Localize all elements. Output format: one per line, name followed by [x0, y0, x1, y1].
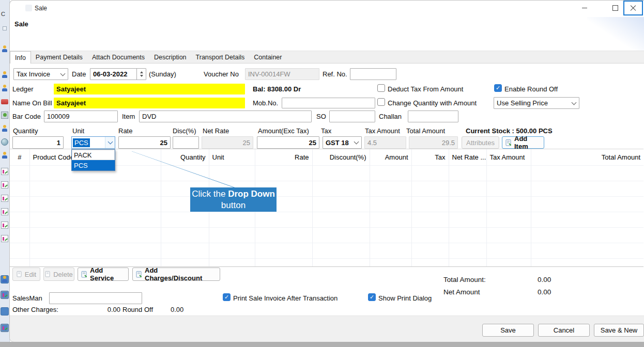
table-row[interactable] — [10, 259, 643, 267]
report-icon[interactable] — [1, 291, 8, 298]
report-icon[interactable] — [1, 324, 8, 332]
report-icon[interactable] — [1, 168, 8, 175]
ledger-input[interactable]: Satyajeet — [54, 84, 245, 94]
user-icon[interactable] — [1, 125, 8, 132]
amount-label: Amount(Exc Tax) — [258, 127, 309, 135]
table-row[interactable] — [10, 228, 643, 243]
app-icon — [25, 5, 32, 11]
table-cell — [531, 166, 643, 181]
report-icon[interactable] — [1, 181, 8, 188]
bar-code-input[interactable]: 100009 — [44, 111, 118, 122]
minimize-button[interactable] — [574, 1, 595, 15]
tab-attach-documents[interactable]: Attach Documents — [87, 51, 149, 63]
unit-selected-value: PCS — [73, 138, 90, 147]
minimize-icon — [582, 8, 587, 8]
user-icon[interactable] — [1, 276, 8, 283]
deduct-tax-label: Deduct Tax From Amount — [388, 85, 463, 93]
column-header-net-rate-[interactable]: Net Rate ... — [449, 149, 486, 166]
ref-no-label: Ref. No. — [323, 70, 347, 78]
tab-info[interactable]: Info — [10, 51, 31, 64]
enable-round-off-label: Enable Round Off — [504, 85, 558, 93]
report-icon[interactable] — [1, 195, 8, 202]
tax-amount-label: Tax Amount — [365, 127, 400, 135]
screen: C Sale Sale InfoPayment DetailsAttach Do… — [0, 0, 644, 347]
print-sale-checkbox[interactable] — [223, 293, 231, 301]
maximize-button[interactable] — [605, 1, 625, 15]
table-cell — [10, 243, 29, 259]
name-on-bill-input[interactable]: Satyajeet — [54, 98, 245, 108]
monitor-icon[interactable] — [1, 112, 8, 119]
save-button[interactable]: Save — [482, 324, 534, 337]
tab-container[interactable]: Container — [249, 51, 286, 63]
cancel-button[interactable]: Cancel — [538, 324, 590, 337]
deduct-tax-checkbox[interactable] — [377, 84, 385, 92]
amount-input[interactable]: 25 — [257, 136, 319, 149]
challan-input[interactable] — [408, 111, 458, 122]
table-cell — [29, 212, 161, 228]
quantity-input[interactable]: 1 — [12, 136, 64, 149]
totals-total-label: Total Amount: — [443, 276, 486, 284]
folder-icon[interactable] — [1, 308, 8, 315]
current-stock-label: Current Stock : 500.00 PCS — [466, 127, 553, 135]
add-charges-discount-button[interactable]: Add Charges/Discount — [132, 267, 220, 281]
card-icon[interactable] — [1, 99, 8, 104]
column-header-discount-[interactable]: Discount(%) — [312, 149, 370, 166]
totals-net-label: Net Amount — [443, 288, 480, 296]
mob-no-input[interactable] — [282, 98, 375, 108]
globe-icon[interactable] — [1, 138, 8, 146]
table-row[interactable] — [10, 212, 643, 228]
edit-button[interactable]: Edit — [12, 267, 40, 281]
table-cell — [531, 243, 643, 259]
invoice-type-select[interactable]: Tax Invoice — [13, 68, 68, 80]
app-letter[interactable]: C — [1, 10, 8, 18]
enable-round-off-checkbox[interactable] — [494, 84, 502, 92]
tab-transport-details[interactable]: Transport Details — [191, 51, 250, 63]
tab-payment-details[interactable]: Payment Details — [31, 51, 87, 63]
user-icon[interactable] — [1, 71, 8, 78]
tab-description[interactable]: Description — [149, 51, 191, 63]
salesman-input[interactable] — [49, 292, 142, 304]
save-and-new-button[interactable]: Save & New — [594, 324, 644, 337]
user-icon[interactable] — [1, 45, 8, 53]
table-row[interactable] — [10, 243, 643, 259]
date-label: Date — [72, 70, 86, 78]
table-cell — [161, 212, 209, 228]
table-cell — [411, 166, 449, 181]
tax-select[interactable]: GST 18 — [323, 136, 362, 149]
price-mode-select[interactable]: Use Selling Price — [494, 97, 579, 109]
date-input[interactable]: 06-03-2022 — [90, 68, 146, 80]
table-cell — [370, 259, 411, 267]
table-cell — [486, 243, 531, 259]
close-button[interactable] — [623, 1, 643, 15]
column-header-tax[interactable]: Tax — [411, 149, 449, 166]
column-header-tax-amount[interactable]: Tax Amount — [486, 149, 531, 166]
mob-no-label: Mob.No. — [253, 99, 278, 107]
user-icon[interactable] — [1, 85, 8, 92]
title-bar[interactable]: Sale — [10, 0, 644, 17]
grip-handle[interactable] — [1, 25, 8, 32]
attributes-button[interactable]: Attributes — [462, 136, 499, 149]
table-cell — [209, 243, 255, 259]
date-spinner[interactable] — [136, 69, 146, 80]
item-label: Item — [122, 113, 135, 121]
item-input[interactable]: DVD — [139, 111, 312, 122]
column-header-amount[interactable]: Amount — [370, 149, 411, 166]
table-row[interactable] — [10, 197, 643, 212]
column-header--[interactable]: # — [10, 149, 29, 166]
report-icon[interactable] — [1, 222, 8, 229]
add-service-button[interactable]: Add Service — [78, 267, 129, 281]
ref-no-input[interactable] — [350, 68, 396, 80]
table-cell — [161, 259, 209, 267]
user-icon[interactable] — [1, 152, 8, 159]
quantity-label: Quantity — [13, 127, 38, 135]
add-item-button[interactable]: Add Item — [502, 136, 544, 149]
so-input[interactable] — [329, 111, 375, 122]
salesman-label: SalesMan — [12, 294, 42, 303]
delete-button[interactable]: Delete — [43, 267, 74, 281]
disc-label: Disc(%) — [173, 127, 196, 135]
change-qty-checkbox[interactable] — [377, 98, 385, 106]
column-header-total-amount[interactable]: Total Amount — [531, 149, 643, 166]
report-icon[interactable] — [1, 208, 8, 215]
report-icon[interactable] — [1, 235, 8, 242]
show-print-dialog-checkbox[interactable] — [368, 293, 376, 301]
